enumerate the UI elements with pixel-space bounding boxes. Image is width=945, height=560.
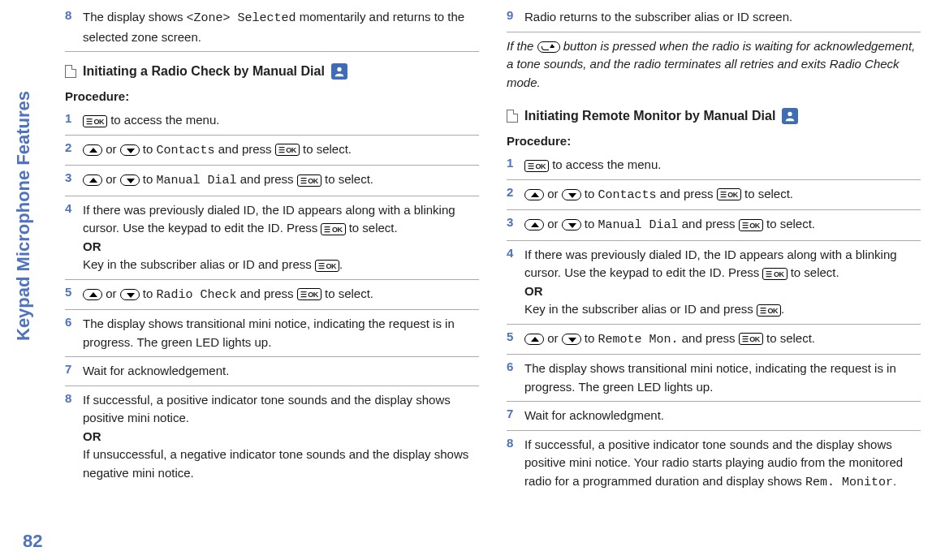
or-label: OR [83,239,101,253]
step-body: or to Manual Dial and press to select. [524,215,921,235]
step-number: 4 [507,246,524,260]
text: If there was previously dialed ID, the I… [524,248,897,280]
text: to select. [763,217,815,230]
procedure-label: Procedure: [507,134,921,148]
step-number: 5 [507,330,524,343]
code-text: Contacts [598,188,657,202]
down-key-icon [562,189,581,200]
step-body: Wait for acknowledgment. [524,407,921,425]
document-icon [507,110,518,123]
text: to select. [346,221,398,235]
down-key-icon [120,174,140,186]
text: to select. [321,172,373,186]
sidebar: Keypad Microphone Features 82 [0,0,57,560]
up-key-icon [524,189,544,200]
step-body: to access the menu. [524,156,921,174]
text: or [102,286,120,300]
section-heading: Initiating Remote Monitor by Manual Dial [507,108,921,124]
text: to [140,286,157,300]
text: . [339,257,343,271]
section-title-text: Initiating a Radio Check by Manual Dial [83,64,325,79]
note-paragraph: If the ⌃ button is pressed when the radi… [507,37,921,93]
step-row: 6 The display shows transitional mini no… [507,355,921,402]
vertical-section-label: Keypad Microphone Features [13,91,34,341]
code-text: Contacts [157,144,215,157]
ok-key-icon [297,288,321,300]
text: to select. [741,187,793,200]
step-row: 7 Wait for acknowledgement. [65,357,479,386]
step-number: 3 [65,170,83,184]
down-key-icon [120,289,140,300]
step-number: 8 [65,8,83,22]
procedure-label: Procedure: [65,89,479,103]
step-body: or to Radio Check and press to select. [83,285,479,305]
svg-point-1 [788,112,792,116]
code-text: Radio Check [157,288,237,302]
text: and press [679,331,739,345]
text: button is pressed when the radio is wait… [507,39,915,89]
ok-key-icon [83,115,107,127]
step-row: 4 If there was previously dialed ID, the… [507,241,921,325]
ok-key-icon [757,304,781,317]
step-number: 1 [65,111,83,125]
ok-key-icon [275,144,300,156]
code-text: Manual Dial [598,218,679,232]
step-row: 1 to access the menu. [507,151,921,180]
step-row: 8 If successful, a positive indicator to… [507,431,921,498]
step-body: If there was previously dialed ID, the I… [83,201,479,274]
step-row: 5 or to Remote Mon. and press to select. [507,325,921,355]
section-heading: Initiating a Radio Check by Manual Dial [65,63,479,80]
step-row: 3 or to Manual Dial and press to select. [507,210,921,241]
content-area: 8 The display shows <Zone> Selected mome… [57,0,945,560]
step-body: The display shows transitional mini noti… [524,360,921,396]
up-key-icon [83,174,102,186]
ok-key-icon [739,333,763,345]
text: and press [657,187,717,200]
down-key-icon [562,219,581,230]
or-label: OR [83,429,101,443]
text: If unsuccessful, a negative indicator to… [83,447,468,480]
step-number: 3 [507,215,524,229]
step-number: 2 [507,185,524,199]
step-row: 5 or to Radio Check and press to select. [65,280,479,311]
step-body: The display shows transitional mini noti… [83,315,479,351]
text: Key in the subscriber alias or ID and pr… [83,257,315,271]
step-row: 8 If successful, a positive indicator to… [65,386,479,488]
text: or [102,142,120,156]
step-row: 7 Wait for acknowledgment. [507,402,921,431]
step-number: 6 [65,315,83,329]
step-number: 9 [507,8,524,22]
text: If the [507,39,537,53]
person-badge-icon [782,108,798,124]
down-key-icon [120,144,140,156]
code-text: <Zone> Selected [187,11,296,25]
step-8-prev: 8 The display shows <Zone> Selected mome… [65,3,479,52]
step-body: If successful, a positive indicator tone… [524,436,921,493]
text: and press [237,286,297,300]
step-row: 3 or to Manual Dial and press to select. [65,166,479,196]
ok-key-icon [739,219,763,231]
step-row: 1 to access the menu. [65,106,479,136]
left-column: 8 The display shows <Zone> Selected mome… [65,3,479,552]
text: or [544,187,562,200]
up-key-icon [83,144,102,156]
step-number: 8 [65,391,83,405]
step-row: 2 or to Contacts and press to select. [507,180,921,211]
text: to access the menu. [107,113,219,127]
text: to select. [300,142,352,156]
or-label: OR [524,284,543,298]
ok-key-icon [762,268,787,280]
text: If successful, a positive indicator tone… [83,393,451,425]
up-key-icon [83,289,102,300]
ok-key-icon [321,223,345,235]
up-key-icon [524,219,544,230]
step-row: 4 If there was previously dialed ID, the… [65,196,479,280]
text: or [544,331,562,345]
up-key-icon [524,334,544,345]
text: to [581,217,598,230]
step-number: 4 [65,201,83,215]
back-home-key-icon: ⌃ [537,41,560,53]
text: If there was previously dialed ID, the I… [83,203,455,235]
ok-key-icon [297,174,321,187]
text: to [140,142,157,156]
